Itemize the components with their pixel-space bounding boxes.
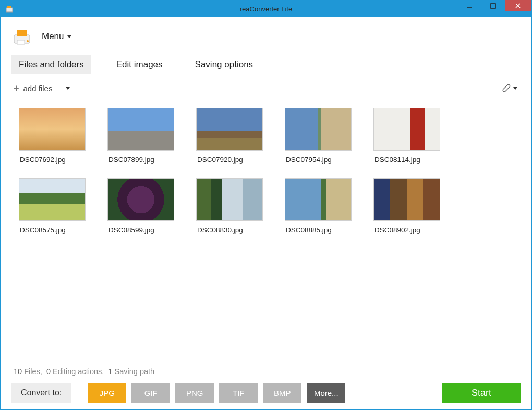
file-item[interactable]: DSC08114.jpg: [373, 108, 446, 164]
format-bmp[interactable]: BMP: [263, 383, 301, 403]
tabs: Files and folders Edit images Saving opt…: [11, 55, 521, 74]
app-window: reaConverter Lite: [0, 0, 532, 410]
thumbnail: [285, 108, 352, 151]
thumbnail: [19, 178, 86, 221]
titlebar: reaConverter Lite: [1, 1, 531, 17]
start-button[interactable]: Start: [442, 383, 521, 403]
file-name: DSC08830.jpg: [196, 226, 269, 234]
file-name: DSC07899.jpg: [107, 156, 180, 164]
format-more[interactable]: More...: [307, 383, 345, 403]
caret-down-icon: [67, 35, 71, 38]
toolbar: + add files: [11, 79, 521, 97]
tab-saving-options[interactable]: Saving options: [188, 55, 261, 74]
thumbnail: [196, 178, 263, 221]
thumbnail: [373, 178, 440, 221]
client-area: Menu Files and folders Edit images Savin…: [1, 17, 531, 409]
window-title: reaConverter Lite: [1, 5, 531, 13]
format-tif[interactable]: TIF: [219, 383, 258, 403]
thumbnail: [107, 178, 174, 221]
file-item[interactable]: DSC08599.jpg: [107, 178, 180, 234]
caret-down-icon: [66, 87, 70, 90]
tab-edit-images[interactable]: Edit images: [109, 55, 170, 74]
svg-rect-0: [6, 8, 13, 12]
wrench-icon: [502, 84, 511, 92]
file-name: DSC08114.jpg: [373, 156, 446, 164]
file-name: DSC08575.jpg: [19, 226, 92, 234]
svg-rect-1: [7, 6, 11, 8]
minimize-button[interactable]: [458, 0, 481, 11]
divider: [11, 98, 521, 98]
bottom-bar: Convert to: JPG GIF PNG TIF BMP More... …: [11, 383, 521, 403]
thumbnail: [285, 178, 352, 221]
file-item[interactable]: DSC08830.jpg: [196, 178, 269, 234]
thumbnail: [196, 108, 263, 151]
file-name: DSC07920.jpg: [196, 156, 269, 164]
file-name: DSC07954.jpg: [285, 156, 358, 164]
file-name: DSC07692.jpg: [19, 156, 92, 164]
app-icon-small: [5, 4, 14, 14]
file-item[interactable]: DSC07920.jpg: [196, 108, 269, 164]
menu-dropdown[interactable]: Menu: [39, 29, 75, 44]
format-png[interactable]: PNG: [175, 383, 214, 403]
file-name: DSC08885.jpg: [285, 226, 358, 234]
files-count: 10: [14, 367, 22, 376]
close-button[interactable]: [505, 0, 531, 11]
add-files-button[interactable]: + add files: [13, 81, 71, 95]
file-name: DSC08902.jpg: [373, 226, 446, 234]
add-files-label: add files: [23, 84, 53, 93]
file-item[interactable]: DSC07692.jpg: [19, 108, 92, 164]
thumbnail-grid: DSC07692.jpg DSC07899.jpg DSC07920.jpg D…: [11, 108, 521, 234]
format-gif[interactable]: GIF: [131, 383, 170, 403]
window-controls: [458, 1, 531, 17]
file-item[interactable]: DSC08575.jpg: [19, 178, 92, 234]
file-item[interactable]: DSC07954.jpg: [285, 108, 358, 164]
menu-label: Menu: [42, 31, 64, 42]
printer-icon: [11, 27, 32, 46]
svg-rect-3: [491, 4, 495, 8]
tab-files-folders[interactable]: Files and folders: [11, 55, 91, 74]
svg-point-8: [27, 40, 29, 42]
thumbnail: [107, 108, 174, 151]
thumbnail: [373, 108, 440, 151]
file-name: DSC08599.jpg: [107, 226, 180, 234]
menu-row: Menu: [11, 27, 521, 46]
format-jpg[interactable]: JPG: [88, 383, 126, 403]
paths-count: 1: [108, 367, 112, 376]
caret-down-icon: [513, 87, 517, 90]
thumbnail: [19, 108, 86, 151]
plus-icon: +: [14, 83, 19, 93]
svg-rect-7: [17, 30, 27, 36]
convert-to-label: Convert to:: [11, 383, 71, 403]
file-item[interactable]: DSC08885.jpg: [285, 178, 358, 234]
status-bar: 10 Files, 0 Editing actions, 1 Saving pa…: [11, 364, 521, 383]
file-item[interactable]: DSC07899.jpg: [107, 108, 180, 164]
svg-rect-9: [17, 40, 25, 44]
format-buttons: JPG GIF PNG TIF BMP More...: [88, 383, 345, 403]
maximize-button[interactable]: [481, 0, 505, 11]
file-item[interactable]: DSC08902.jpg: [373, 178, 446, 234]
settings-button[interactable]: [500, 82, 519, 94]
actions-count: 0: [46, 367, 51, 376]
